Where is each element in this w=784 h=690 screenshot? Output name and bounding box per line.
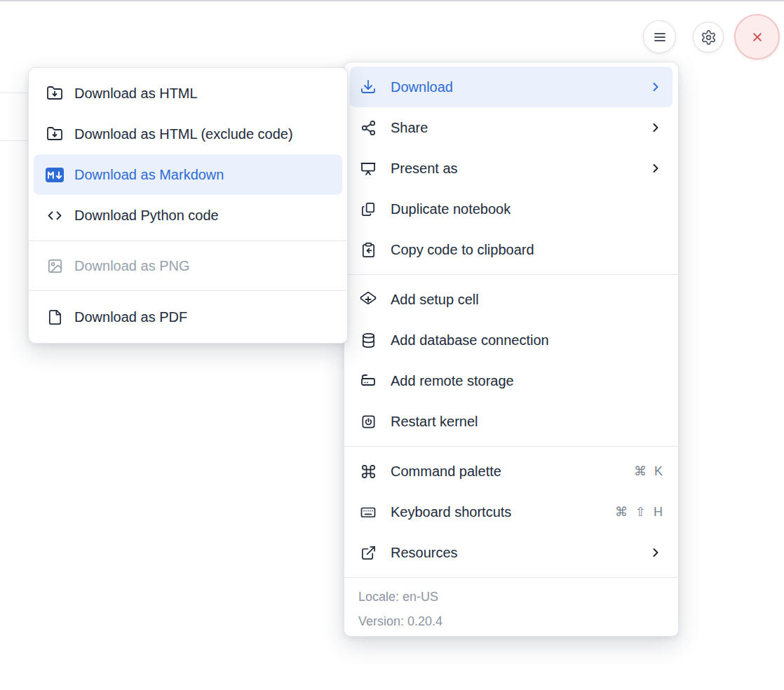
file-icon	[46, 309, 63, 325]
submenu-section-png: Download as PNG	[29, 241, 347, 290]
menu-item-label: Download as PDF	[74, 309, 330, 325]
database-icon	[360, 332, 377, 349]
menu-item-present-as[interactable]: Present as	[350, 148, 673, 189]
menu-item-add-database[interactable]: Add database connection	[350, 320, 673, 360]
menu-item-copy-code[interactable]: Copy code to clipboard	[350, 229, 673, 270]
chevron-right-icon	[649, 546, 663, 560]
keyboard-icon	[360, 503, 377, 520]
menu-item-label: Add remote storage	[391, 373, 663, 389]
submenu-section-pdf: Download as PDF	[29, 290, 347, 343]
close-button[interactable]	[734, 14, 780, 60]
menu-item-share[interactable]: Share	[350, 107, 673, 148]
menu-item-add-setup-cell[interactable]: Add setup cell	[350, 279, 673, 320]
window-top-strip	[0, 0, 784, 1]
settings-button[interactable]	[693, 22, 724, 53]
hamburger-icon	[651, 29, 668, 46]
chevron-right-icon	[649, 121, 663, 135]
close-x-icon	[748, 28, 766, 46]
menu-item-add-remote-storage[interactable]: Add remote storage	[350, 360, 673, 401]
menu-button[interactable]	[643, 20, 676, 53]
chevron-right-icon	[649, 80, 663, 94]
menu-item-label: Download as HTML (exclude code)	[74, 126, 330, 142]
menu-item-label: Command palette	[391, 464, 620, 480]
menu-item-label: Resources	[391, 545, 635, 561]
menu-item-duplicate-notebook[interactable]: Duplicate notebook	[350, 189, 673, 229]
clipboard-copy-icon	[360, 241, 377, 258]
folder-down-icon	[46, 126, 63, 142]
menu-item-label: Add setup cell	[391, 292, 663, 308]
gear-icon	[701, 29, 717, 46]
menu-item-label: Share	[391, 120, 635, 136]
diamond-plus-icon	[360, 291, 377, 308]
menu-item-label: Restart kernel	[391, 414, 663, 430]
download-submenu: Download as HTML Download as HTML (exclu…	[28, 67, 348, 344]
hard-drive-icon	[360, 372, 377, 389]
submenu-item-download-python[interactable]: Download Python code	[34, 195, 342, 236]
submenu-item-download-markdown[interactable]: Download as Markdown	[34, 154, 342, 195]
menu-item-label: Copy code to clipboard	[391, 242, 663, 258]
menu-item-keyboard-shortcuts[interactable]: Keyboard shortcuts ⌘ ⇧ H	[350, 492, 673, 532]
menu-item-label: Download as HTML	[74, 86, 330, 102]
menu-section-help: Command palette ⌘ K Keyboard shortcuts ⌘…	[344, 446, 678, 577]
code-icon	[46, 207, 63, 224]
menu-footer: Locale: en-US Version: 0.20.4	[344, 577, 678, 642]
share-icon	[360, 119, 377, 136]
submenu-item-download-png: Download as PNG	[34, 245, 342, 286]
version-text: Version: 0.20.4	[358, 609, 664, 634]
submenu-item-download-pdf[interactable]: Download as PDF	[34, 297, 342, 337]
menu-item-label: Download as Markdown	[74, 167, 330, 183]
locale-text: Locale: en-US	[358, 585, 664, 609]
download-icon	[360, 79, 377, 95]
menu-section-actions: Download Share Present as	[344, 62, 678, 274]
image-icon	[46, 257, 63, 274]
menu-item-command-palette[interactable]: Command palette ⌘ K	[350, 451, 673, 492]
menu-item-label: Add database connection	[391, 332, 663, 349]
submenu-item-download-html[interactable]: Download as HTML	[34, 73, 342, 114]
shortcut-hint: ⌘ K	[634, 464, 663, 479]
menu-section-cells: Add setup cell Add database connection A…	[344, 274, 678, 446]
duplicate-icon	[360, 201, 377, 217]
menu-item-label: Download Python code	[74, 208, 330, 224]
submenu-section-formats: Download as HTML Download as HTML (exclu…	[29, 68, 347, 241]
submenu-item-download-html-exclude-code[interactable]: Download as HTML (exclude code)	[34, 114, 342, 154]
menu-item-label: Duplicate notebook	[391, 201, 663, 217]
power-square-icon	[360, 413, 377, 430]
external-link-icon	[360, 544, 377, 561]
menu-item-label: Keyboard shortcuts	[391, 504, 601, 520]
background-divider	[0, 93, 28, 93]
shortcut-hint: ⌘ ⇧ H	[615, 504, 663, 520]
menu-item-resources[interactable]: Resources	[350, 532, 673, 573]
chevron-right-icon	[649, 161, 663, 175]
background-divider	[0, 140, 28, 141]
markdown-download-icon	[46, 166, 63, 183]
presentation-icon	[360, 160, 377, 177]
menu-item-label: Present as	[391, 161, 635, 177]
menu-item-label: Download	[391, 79, 635, 95]
command-icon	[360, 463, 377, 480]
menu-item-download[interactable]: Download	[350, 67, 673, 107]
folder-down-icon	[46, 85, 63, 102]
menu-item-label: Download as PNG	[74, 258, 330, 274]
notebook-menu: Download Share Present as	[344, 62, 679, 637]
menu-item-restart-kernel[interactable]: Restart kernel	[350, 401, 673, 442]
